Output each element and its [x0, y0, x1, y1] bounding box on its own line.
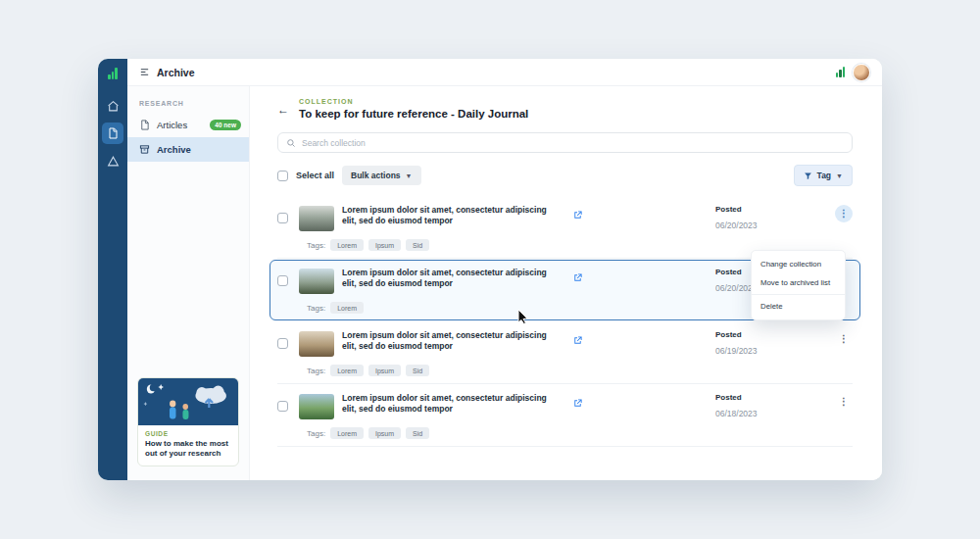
tag-pill[interactable]: Ipsum [368, 427, 401, 439]
article-thumbnail [299, 394, 334, 419]
tag-pill[interactable]: Lorem [330, 365, 364, 376]
row-menu-icon[interactable]: ⋮ [835, 393, 853, 411]
main-content: ← COLLECTION To keep for future referenc… [250, 86, 882, 480]
article-thumbnail [299, 331, 334, 357]
posted-label: Posted [715, 330, 825, 339]
bulk-actions-label: Bulk actions [351, 171, 401, 180]
tag-pill[interactable]: Ipsum [368, 365, 401, 376]
article-title: Lorem ipsum dolor sit amet, consectetur … [342, 393, 572, 416]
collection-header: ← COLLECTION To keep for future referenc… [277, 98, 853, 120]
sidebar-item-label: Articles [157, 120, 187, 130]
posted-date: 06/20/2023 [715, 220, 825, 230]
article-thumbnail [299, 206, 334, 231]
select-all-label: Select all [296, 171, 334, 180]
tag-pill[interactable]: Sid [406, 365, 429, 376]
tags-label: Tags: [307, 241, 325, 250]
page-title: Archive [157, 67, 195, 78]
row-checkbox[interactable] [277, 338, 288, 349]
open-article-icon[interactable] [572, 335, 613, 346]
guide-title: How to make the most out of your researc… [145, 439, 231, 459]
search-input[interactable] [302, 138, 844, 148]
article-title: Lorem ipsum dolor sit amet, consectetur … [342, 268, 572, 290]
guide-eyebrow: GUIDE [145, 430, 231, 437]
posted-label: Posted [715, 205, 825, 214]
tag-pill[interactable]: Ipsum [368, 239, 401, 251]
row-checkbox[interactable] [277, 213, 288, 223]
back-arrow-icon[interactable]: ← [277, 104, 289, 116]
article-thumbnail [299, 269, 334, 294]
tag-filter-button[interactable]: Tag ▼ [794, 165, 853, 186]
tags-label: Tags: [307, 304, 325, 313]
archive-icon [139, 144, 151, 156]
row-checkbox[interactable] [277, 401, 288, 412]
posted-date: 06/18/2023 [715, 409, 825, 418]
menu-item-delete[interactable]: Delete [752, 297, 845, 316]
search-box [277, 132, 853, 153]
article-row: Lorem ipsum dolor sit amet, consectetur … [277, 321, 853, 384]
guide-illustration [138, 378, 238, 425]
tags-label: Tags: [307, 429, 325, 438]
article-icon [139, 120, 151, 131]
guide-promo-card[interactable]: GUIDE How to make the most out of your r… [137, 377, 239, 466]
icon-rail [98, 59, 127, 480]
tag-filter-label: Tag [817, 171, 831, 180]
article-list: Lorem ipsum dolor sit amet, consectetur … [277, 196, 853, 447]
chevron-down-icon: ▼ [836, 172, 843, 179]
tag-pill[interactable]: Lorem [330, 239, 364, 251]
top-bar: Archive [127, 59, 882, 86]
bulk-actions-button[interactable]: Bulk actions ▼ [342, 166, 420, 185]
desktop-background: Archive RESEARCH Articles 40 new [0, 0, 980, 539]
user-avatar[interactable] [853, 64, 870, 81]
row-menu-icon[interactable]: ⋮ [835, 330, 853, 348]
row-menu-icon[interactable]: ⋮ [835, 205, 853, 222]
stats-chart-icon[interactable] [836, 67, 846, 77]
menu-item-move-to-archived[interactable]: Move to archived list [752, 273, 845, 292]
tag-pill[interactable]: Sid [406, 239, 429, 251]
app-logo-icon [108, 68, 118, 79]
search-icon [286, 138, 296, 148]
menu-item-change-collection[interactable]: Change collection [752, 255, 845, 273]
tag-pill[interactable]: Lorem [330, 427, 364, 439]
collection-title: To keep for future reference - Daily Jou… [299, 108, 528, 120]
tag-pill[interactable]: Sid [406, 427, 429, 439]
select-all-checkbox[interactable] [277, 171, 288, 181]
app-window: Archive RESEARCH Articles 40 new [98, 59, 882, 480]
sidebar-item-archive[interactable]: Archive [127, 137, 249, 162]
sidebar-item-articles[interactable]: Articles 40 new [127, 113, 249, 137]
sidebar-item-label: Archive [157, 144, 191, 155]
menu-divider [752, 294, 845, 295]
open-article-icon[interactable] [572, 398, 613, 409]
tags-label: Tags: [307, 367, 325, 375]
sidebar-section-label: RESEARCH [139, 100, 249, 107]
tag-pill[interactable]: Lorem [330, 302, 364, 314]
alerts-icon[interactable] [102, 150, 123, 172]
posted-label: Posted [715, 393, 825, 402]
documents-icon[interactable] [102, 122, 123, 144]
article-row: Lorem ipsum dolor sit amet, consectetur … [277, 384, 853, 447]
open-article-icon[interactable] [572, 210, 613, 220]
sidebar-toggle-icon[interactable] [139, 67, 150, 77]
filter-icon [804, 172, 812, 180]
chevron-down-icon: ▼ [406, 172, 413, 179]
row-context-menu: Change collection Move to archived list … [751, 250, 846, 320]
collection-eyebrow: COLLECTION [299, 98, 528, 105]
open-article-icon[interactable] [572, 272, 613, 283]
row-checkbox[interactable] [277, 275, 288, 286]
home-icon[interactable] [102, 95, 123, 117]
article-title: Lorem ipsum dolor sit amet, consectetur … [342, 330, 572, 353]
article-title: Lorem ipsum dolor sit amet, consectetur … [342, 205, 572, 227]
new-count-badge: 40 new [210, 120, 241, 130]
list-toolbar: Select all Bulk actions ▼ Tag ▼ [277, 165, 853, 186]
sidebar: RESEARCH Articles 40 new Archive [127, 86, 250, 480]
posted-date: 06/19/2023 [715, 346, 825, 356]
